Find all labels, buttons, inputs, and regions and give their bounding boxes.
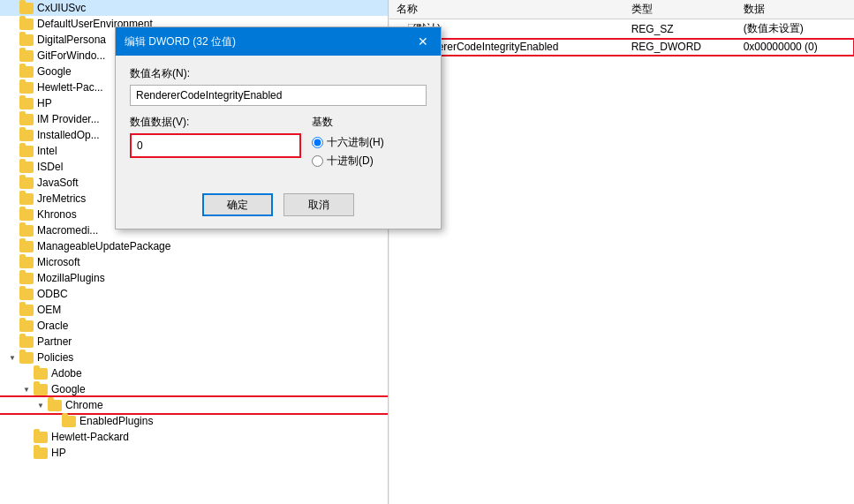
tree-item[interactable]: MozillaPlugins (0, 270, 388, 286)
tree-item[interactable]: EnabledPlugins (0, 413, 388, 429)
tree-item-label: CxUIUSvc (37, 2, 86, 14)
folder-icon (19, 273, 34, 284)
dialog-close-button[interactable]: ✕ (414, 33, 432, 50)
folder-icon (19, 305, 34, 316)
expand-arrow-icon (7, 34, 18, 45)
tree-item-label: Google (37, 65, 72, 78)
value-data-cell: 0x00000000 (0) (737, 39, 854, 56)
folder-icon (19, 19, 34, 30)
dec-radio-row: 十进制(D) (312, 154, 427, 169)
tree-item[interactable]: ▼Chrome (0, 397, 388, 413)
expand-arrow-icon (7, 19, 18, 29)
table-row[interactable]: abab(默认)REG_SZ(数值未设置) (389, 19, 854, 39)
expand-arrow-icon: ▼ (21, 384, 32, 395)
expand-arrow-icon (7, 50, 18, 61)
tree-item-label: Microsoft (37, 256, 80, 268)
expand-arrow-icon (21, 448, 32, 458)
value-section: 数值数据(V): (130, 115, 301, 158)
ok-button[interactable]: 确定 (202, 193, 273, 216)
column-header: 名称 (389, 0, 624, 19)
folder-icon (34, 384, 48, 395)
close-icon: ✕ (418, 34, 428, 49)
data-value-input[interactable] (130, 133, 301, 158)
tree-item-label: DigitalPersona (37, 34, 106, 46)
expand-arrow-icon (7, 273, 18, 283)
tree-item-label: Oracle (37, 320, 68, 332)
tree-item[interactable]: Oracle (0, 318, 388, 334)
edit-dword-dialog: 编辑 DWORD (32 位值) ✕ 数值名称(N): 数值数据(V): 基数 … (115, 26, 442, 229)
tree-item-label: InstalledOp... (37, 129, 100, 141)
expand-arrow-icon (7, 257, 18, 267)
tree-item[interactable]: ManageableUpdatePackage (0, 238, 388, 254)
expand-arrow-icon (7, 336, 18, 347)
name-input[interactable] (130, 85, 427, 106)
hex-label[interactable]: 十六进制(H) (327, 135, 384, 150)
hex-radio-row: 十六进制(H) (312, 135, 427, 150)
tree-item-label: ISDel (37, 161, 63, 173)
expand-arrow-icon (7, 320, 18, 331)
tree-item[interactable]: Hewlett-Packard (0, 429, 388, 445)
tree-item-label: HP (51, 447, 66, 459)
folder-icon (19, 320, 34, 332)
values-table: 名称类型数据abab(默认)REG_SZ(数值未设置)DWRendererCod… (389, 0, 854, 56)
folder-icon (62, 416, 76, 427)
cancel-button[interactable]: 取消 (283, 193, 354, 216)
folder-icon (19, 146, 34, 157)
data-label: 数值数据(V): (130, 115, 301, 130)
expand-arrow-icon (21, 368, 32, 379)
dialog-body: 数值名称(N): 数值数据(V): 基数 十六进制(H) 十进制(D) (116, 56, 441, 183)
folder-icon (19, 50, 34, 62)
tree-item-label: Hewlett-Packard (51, 431, 129, 443)
tree-item-label: JavaSoft (37, 177, 79, 189)
expand-arrow-icon (7, 209, 18, 220)
base-section: 基数 十六进制(H) 十进制(D) (312, 115, 427, 172)
tree-item-label: Khronos (37, 208, 77, 221)
value-type-cell: REG_SZ (624, 19, 737, 39)
folder-icon (19, 257, 34, 268)
tree-item[interactable]: ▼Google (0, 381, 388, 397)
tree-item[interactable]: Partner (0, 334, 388, 350)
tree-item-label: Intel (37, 145, 57, 157)
tree-item-label: Policies (37, 351, 73, 364)
tree-item[interactable]: ▼Policies (0, 350, 388, 365)
expand-arrow-icon (7, 130, 18, 140)
tree-item-label: GitForWindo... (37, 49, 105, 62)
tree-item-label: Chrome (65, 399, 103, 411)
dialog-buttons: 确定 取消 (116, 183, 441, 229)
folder-icon (48, 400, 62, 411)
tree-item[interactable]: HP (0, 445, 388, 461)
expand-arrow-icon: ▼ (35, 400, 46, 410)
tree-item[interactable]: OEM (0, 302, 388, 318)
tree-item-label: ManageableUpdatePackage (37, 240, 170, 252)
folder-icon (19, 82, 34, 94)
dec-label[interactable]: 十进制(D) (327, 154, 374, 169)
tree-item-label: OEM (37, 304, 61, 316)
table-row[interactable]: DWRendererCodeIntegrityEnabledREG_DWORD0… (389, 39, 854, 56)
expand-arrow-icon (7, 162, 18, 172)
tree-item-label: Hewlett-Pac... (37, 81, 103, 94)
expand-arrow-icon (7, 305, 18, 315)
expand-arrow-icon (7, 225, 18, 236)
tree-item[interactable]: CxUIUSvc (0, 0, 388, 16)
expand-arrow-icon (7, 3, 18, 13)
tree-item[interactable]: Microsoft (0, 254, 388, 270)
folder-icon (19, 209, 34, 221)
hex-radio[interactable] (312, 137, 323, 148)
folder-icon (19, 3, 34, 14)
tree-item-label: IM Provider... (37, 113, 100, 125)
tree-item[interactable]: ODBC (0, 286, 388, 302)
tree-item-label: HP (37, 97, 52, 109)
dialog-title: 编辑 DWORD (32 位值) (125, 34, 236, 49)
column-header: 类型 (624, 0, 737, 19)
folder-icon (34, 432, 48, 443)
registry-values-pane: 名称类型数据abab(默认)REG_SZ(数值未设置)DWRendererCod… (389, 0, 854, 504)
folder-icon (19, 289, 34, 300)
folder-icon (19, 336, 34, 348)
folder-icon (19, 66, 34, 78)
dec-radio[interactable] (312, 155, 323, 167)
tree-item[interactable]: Adobe (0, 365, 388, 381)
folder-icon (19, 34, 34, 46)
expand-arrow-icon (7, 289, 18, 299)
folder-icon (34, 368, 48, 380)
expand-arrow-icon: ▼ (7, 352, 18, 363)
